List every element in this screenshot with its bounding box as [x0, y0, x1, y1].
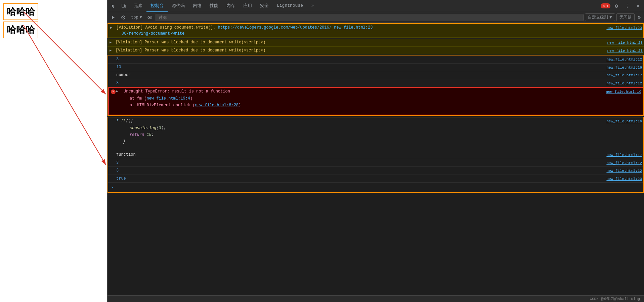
val-3-first: 3 — [116, 57, 119, 62]
tab-security[interactable]: 安全 — [256, 0, 273, 12]
error-source[interactable]: new_file.html:19 — [606, 88, 641, 95]
violation-3-text: [Violation] Parser was blocked due to do… — [116, 48, 265, 53]
console-toolbar: top ▼ 自定义级别 ▼ 无问题 ⚙ — [108, 12, 644, 23]
error-count-badge[interactable]: ✕ 1 — [601, 3, 610, 8]
expand-arrow-2[interactable] — [110, 40, 112, 45]
tab-lighthouse[interactable]: Lighthouse — [273, 0, 307, 12]
code-paren: (){ — [126, 119, 133, 123]
log-entry-10: 10 new_file.html:16 — [108, 64, 643, 72]
violation-1-link[interactable]: https://developers.google.com/web/update… — [218, 25, 331, 30]
log-entry-violation-1: [Violation] Avoid using document.write()… — [108, 24, 643, 38]
dropdown-arrow-icon: ▼ — [140, 15, 142, 20]
tab-icon-group — [109, 1, 128, 11]
error-x-icon: ✕ — [603, 4, 605, 8]
orange-border-group-2: f fk(){ new_file.html:16 console.log(3);… — [108, 117, 644, 193]
cursor-icon-btn[interactable] — [109, 1, 118, 11]
source-true[interactable]: new_file.html:20 — [606, 176, 642, 182]
val-10: 10 — [116, 65, 121, 70]
level-dropdown-arrow-icon: ▼ — [609, 15, 612, 20]
arrow-overlay — [0, 0, 108, 302]
eye-icon-btn[interactable] — [145, 13, 154, 22]
svg-line-8 — [122, 16, 125, 18]
orange-border-group: 3 new_file.html:12 10 new_file.html:16 n… — [108, 55, 644, 116]
console-output[interactable]: [Violation] Avoid using document.write()… — [108, 23, 644, 295]
code-line-close: } — [116, 139, 125, 145]
code-line-return: return 10; — [116, 132, 154, 138]
source-3-third[interactable]: new_file.html:12 — [606, 160, 642, 166]
haha-text-1: 哈哈哈 — [7, 5, 35, 18]
error-stack-line1: at fm (new_file.html:19:4) — [118, 96, 192, 102]
prompt-caret-icon: › — [111, 185, 114, 190]
log-entry-3-fourth: 3 new_file.html:12 — [108, 167, 643, 175]
tab-more[interactable]: » — [307, 0, 318, 12]
tab-sources[interactable]: 源代码 — [168, 0, 189, 12]
error-stack-line2: at HTMLDivElement.onclick (new_file.html… — [118, 102, 241, 108]
violation-1-text: [Violation] Avoid using document.write()… — [116, 25, 218, 30]
val-number-str: number — [116, 73, 131, 77]
source-3-fourth[interactable]: new_file.html:12 — [606, 167, 642, 174]
tab-network[interactable]: 网络 — [189, 0, 206, 12]
tab-elements[interactable]: 元素 — [130, 0, 146, 12]
no-issues-button[interactable]: 无问题 — [616, 13, 635, 21]
settings-icon-btn[interactable]: ⚙ — [612, 1, 621, 11]
violation-1-text2: 08/removing-document-write — [116, 31, 184, 36]
prompt-line[interactable]: › — [108, 183, 643, 192]
code-source[interactable]: new_file.html:16 — [606, 118, 642, 124]
console-settings-icon[interactable]: ⚙ — [636, 14, 643, 21]
webpage-preview: 哈哈哈 哈哈哈 — [0, 0, 108, 302]
context-dropdown[interactable]: top ▼ — [129, 14, 144, 21]
val-3-second: 3 — [116, 81, 119, 85]
code-f-keyword: f — [116, 119, 121, 123]
log-entry-3-second: 3 new_file.html:12 — [108, 79, 643, 87]
violation-1-source[interactable]: new_file.html:23 — [606, 25, 642, 31]
error-border-group: ✕ Uncaught TypeError: result is not a fu… — [108, 87, 643, 115]
device-icon-btn[interactable] — [119, 1, 128, 11]
error-message-text: Uncaught TypeError: result is not a func… — [124, 89, 230, 94]
log-entry-violation-3: [Violation] Parser was blocked due to do… — [108, 47, 644, 55]
violation-1-link2[interactable]: 08/removing-document-write — [122, 31, 184, 36]
val-true: true — [116, 176, 126, 181]
source-number[interactable]: new_file.html:17 — [606, 72, 642, 78]
violation-group-1: [Violation] Avoid using document.write()… — [108, 23, 644, 38]
log-entry-function: function new_file.html:17 — [108, 151, 643, 159]
source-function[interactable]: new_file.html:17 — [606, 152, 642, 158]
violation-2-source[interactable]: new_file.html:23 — [607, 39, 643, 46]
svg-rect-5 — [125, 5, 126, 7]
block-icon-btn[interactable] — [119, 13, 128, 22]
filter-input[interactable] — [156, 14, 584, 21]
error-stack-link2[interactable]: new_file.html:8:28 — [195, 103, 239, 108]
cursor-icon — [111, 4, 116, 8]
log-entry-violation-2: [Violation] Parser was blocked due to do… — [108, 39, 644, 47]
log-entry-3-first: 3 new_file.html:12 — [108, 55, 643, 64]
source-3-second[interactable]: new_file.html:12 — [606, 80, 642, 86]
tab-console[interactable]: 控制台 — [146, 0, 168, 12]
svg-marker-6 — [112, 16, 115, 19]
log-level-dropdown[interactable]: 自定义级别 ▼ — [585, 13, 615, 21]
more-options-icon-btn[interactable]: ⋮ — [622, 1, 632, 11]
devtools-tabs: 元素 控制台 源代码 网络 性能 内存 应用 安全 Lighthouse » — [108, 0, 644, 12]
tab-memory[interactable]: 内存 — [222, 0, 239, 12]
violation-3-source[interactable]: new_file.html:23 — [607, 47, 643, 54]
svg-point-10 — [149, 17, 151, 18]
expand-arrow-error[interactable] — [116, 89, 118, 94]
source-3-first[interactable]: new_file.html:12 — [606, 56, 642, 63]
device-icon — [121, 4, 126, 8]
devtools-panel: 元素 控制台 源代码 网络 性能 内存 应用 安全 Lighthouse » — [108, 0, 644, 302]
status-bar-text: CSDN @爱学习的Akali King — [590, 296, 640, 301]
violation-1-source-inline[interactable]: new_file.html:23 — [334, 25, 373, 30]
block-icon — [121, 15, 126, 20]
tab-application[interactable]: 应用 — [239, 0, 256, 12]
error-stack-link1[interactable]: new_file.html:19:4 — [146, 96, 190, 101]
tab-performance[interactable]: 性能 — [206, 0, 222, 12]
svg-rect-4 — [122, 4, 124, 7]
expand-arrow-1[interactable] — [110, 25, 112, 30]
error-circle-icon: ✕ — [111, 89, 116, 94]
log-entry-3-third: 3 new_file.html:12 — [108, 159, 643, 167]
status-bar: CSDN @爱学习的Akali King — [108, 295, 644, 302]
code-line-console: console.log(3); — [116, 125, 166, 131]
haha-box-2: 哈哈哈 — [3, 22, 38, 38]
run-icon-btn[interactable] — [109, 13, 118, 22]
source-10[interactable]: new_file.html:16 — [606, 64, 642, 71]
expand-arrow-3[interactable] — [110, 48, 112, 53]
close-devtools-btn[interactable]: ✕ — [633, 1, 643, 11]
